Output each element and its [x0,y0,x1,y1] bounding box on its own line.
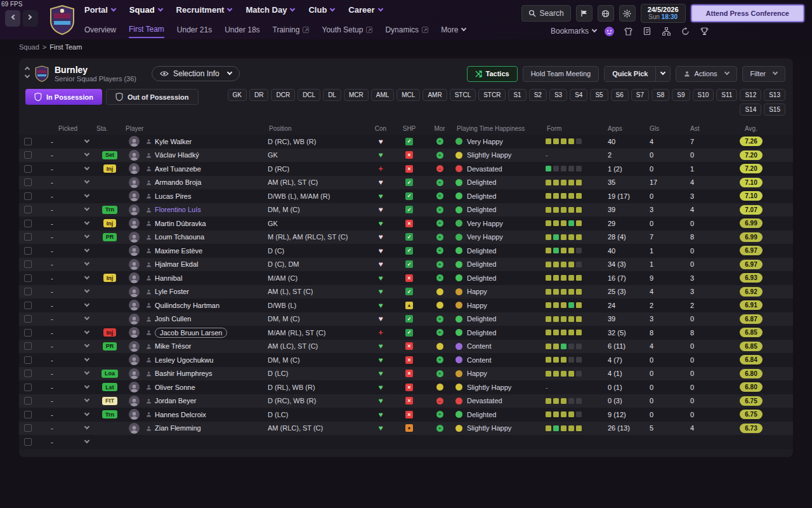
table-row[interactable]: -TrnHannes DelcroixD (LC)♥×+Delighted9 (… [19,408,793,422]
position-chip-aml[interactable]: AML [371,89,395,101]
position-chip-s13[interactable]: S13 [764,89,785,101]
bookmarks-dropdown[interactable]: Bookmarks [551,27,596,36]
nav-item-career[interactable]: Career [348,5,382,15]
row-checkbox[interactable] [24,315,32,323]
player-name[interactable]: Lucas Pires [155,192,191,200]
picked-dropdown[interactable]: - [41,138,95,145]
picked-dropdown[interactable]: - [41,233,95,241]
table-row[interactable]: -InjHannibalM/AM (C)♥×+Delighted16 (7)93… [19,271,793,285]
tab-more[interactable]: More [441,25,466,37]
column-header-playing-time-happiness[interactable]: Playing Time Happiness [455,125,546,132]
player-name[interactable]: Josh Cullen [155,315,191,323]
globe-button[interactable] [598,5,614,22]
picked-dropdown[interactable]: - [41,356,95,364]
position-chip-stcl[interactable]: STCL [450,89,476,101]
selection-info-dropdown[interactable]: Selection Info [152,66,240,81]
column-header-form[interactable]: Form [546,125,606,132]
row-checkbox[interactable] [24,302,32,309]
club-crest-icon[interactable] [48,4,76,35]
player-name[interactable]: Loum Tchaouna [155,233,204,241]
player-name[interactable]: Lesley Ugochukwu [155,356,213,364]
attend-press-conference-button[interactable]: Attend Press Conference [691,4,804,22]
in-possession-toggle[interactable]: In Possession [25,89,102,105]
settings-button[interactable] [619,5,636,22]
flag-button[interactable] [576,5,593,22]
picked-dropdown[interactable]: - [41,178,95,186]
row-checkbox[interactable] [24,178,32,186]
table-row[interactable]: -Armando BrojaAM (RL), ST (C)♥✓+Delighte… [19,176,793,190]
forward-button[interactable] [23,10,38,27]
row-checkbox[interactable] [24,192,32,200]
shirt-icon[interactable] [622,25,634,37]
table-row[interactable]: -SetVáclav HladkýGK♥×+Slightly Happy-200… [19,149,793,163]
position-chip-dr[interactable]: DR [249,89,268,101]
picked-dropdown[interactable]: - [41,384,95,391]
row-checkbox[interactable] [24,220,32,227]
table-row[interactable]: -LstOliver SonneD (RL), WB (R)♥×Slightly… [19,380,793,394]
position-chip-gk[interactable]: GK [228,89,247,101]
position-chip-mcr[interactable]: MCR [344,89,369,101]
picked-dropdown[interactable]: - [41,397,95,404]
picked-dropdown[interactable]: - [41,315,95,323]
tab-overview[interactable]: Overview [84,25,116,37]
filter-button[interactable]: Filter [742,66,785,82]
hold-team-meeting-button[interactable]: Hold Team Meeting [523,66,599,82]
row-checkbox[interactable] [24,370,32,377]
search-input[interactable]: Search [521,5,571,22]
row-checkbox[interactable] [24,424,32,432]
refresh-icon[interactable] [679,25,691,37]
picked-dropdown[interactable]: - [41,424,95,432]
picked-dropdown[interactable]: - [41,438,95,446]
table-row[interactable]: -LoaBashir HumphreysD (LC)♥×+Happy4 (1)0… [19,367,793,381]
player-name[interactable]: Hannes Delcroix [155,411,206,418]
row-checkbox[interactable] [24,397,32,404]
tab-training[interactable]: Training↗ [273,25,310,37]
nav-item-portal[interactable]: Portal [84,5,115,15]
row-checkbox[interactable] [24,151,32,159]
row-checkbox[interactable] [24,384,32,391]
nav-item-recruitment[interactable]: Recruitment [176,5,232,15]
player-name[interactable]: Zian Flemming [155,424,201,432]
position-chip-dl[interactable]: DL [323,89,341,101]
table-row[interactable]: -Lyle FosterAM (L), ST (C)♥✓Happy25 (3)4… [19,285,793,299]
position-chip-s4[interactable]: S4 [570,89,587,101]
row-checkbox[interactable] [24,260,32,268]
picked-dropdown[interactable]: - [41,206,95,213]
column-header-position[interactable]: Position [268,125,367,132]
position-chip-mcl[interactable]: MCL [396,89,420,101]
table-row[interactable]: -Maxime EstèveD (C)♥✓+Delighted40106.97 [19,244,793,258]
table-row[interactable]: -Zian FlemmingAM (RLC), ST (C)♥▼+Slightl… [19,422,793,436]
row-checkbox[interactable] [24,356,32,364]
tab-under-18s[interactable]: Under 18s [225,25,259,37]
row-checkbox[interactable] [24,233,32,241]
table-row[interactable]: -InjJacob Bruun LarsenM/AM (RL), ST (C)+… [19,326,793,340]
position-chip-s8[interactable]: S8 [652,89,669,101]
table-row[interactable]: -Lucas PiresD/WB (L), M/AM (R)♥✓+Delight… [19,189,793,203]
position-chip-s14[interactable]: S14 [740,104,761,116]
table-row[interactable]: -TrnFlorentino LuísDM, M (C)♥✓+Delighted… [19,203,793,217]
table-row[interactable]: -Kyle WalkerD (RC), WB (R)♥✓+Very Happy4… [19,135,793,149]
player-name[interactable]: Armando Broja [155,178,201,186]
position-chip-s7[interactable]: S7 [631,89,649,101]
player-name[interactable]: Mike Trésor [155,342,191,350]
table-row[interactable]: -PRLoum TchaounaM (RL), AM (RLC), ST (C)… [19,231,793,244]
position-chip-dcr[interactable]: DCR [271,89,295,101]
position-chip-stcr[interactable]: STCR [478,89,506,101]
row-checkbox[interactable] [24,342,32,350]
trophy-icon[interactable] [698,25,710,37]
row-checkbox[interactable] [24,288,32,295]
hierarchy-icon[interactable] [660,25,672,37]
picked-dropdown[interactable]: - [41,329,95,337]
position-chip-s15[interactable]: S15 [764,104,785,116]
player-name[interactable]: Bashir Humphreys [155,370,212,377]
back-button[interactable] [5,10,20,27]
table-row[interactable]: -InjAxel TuanzebeD (RC)+×–Devastated1 (2… [19,162,793,176]
column-header-apps[interactable]: Apps [606,125,648,132]
player-name[interactable]: Quilindschy Hartman [155,302,219,309]
table-row[interactable]: -Josh CullenDM, M (C)♥✓+Delighted39306.8… [19,312,793,326]
nav-item-club[interactable]: Club [308,5,334,15]
player-name[interactable]: Lyle Foster [155,288,189,295]
player-name[interactable]: Martin Dúbravka [155,220,206,227]
picked-dropdown[interactable]: - [41,151,95,159]
player-name[interactable]: Hannibal [155,274,182,282]
